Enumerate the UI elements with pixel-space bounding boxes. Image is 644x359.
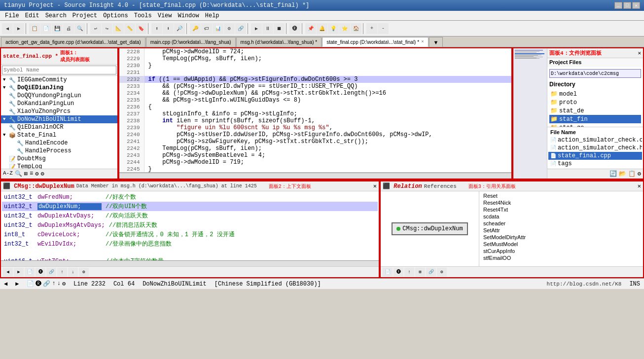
tb2[interactable]: 📄 (40, 23, 51, 34)
tree-item-qiedian[interactable]: 🔧 QiEDianJinOCR (1, 123, 117, 131)
dir-statfin[interactable]: 📁 stat_fin (549, 115, 641, 123)
tb28[interactable]: + (366, 23, 377, 34)
tb4[interactable]: 🖨 (63, 23, 74, 34)
tb3[interactable]: 💾 (52, 23, 63, 34)
tree-item-templog[interactable]: 📝 TempLog (1, 163, 117, 169)
tb17[interactable]: ⚙ (224, 23, 235, 34)
tb25[interactable]: 💡 (328, 23, 339, 34)
tb15[interactable]: 🏷 (201, 23, 212, 34)
tb13[interactable]: 🔎 (174, 23, 185, 34)
file-tags[interactable]: 📄 tags (548, 160, 642, 168)
rel-reset4txt[interactable]: Reset4Txt (481, 206, 641, 213)
rel-reset[interactable]: Reset (481, 192, 641, 199)
rel-reset4nick[interactable]: Reset4Nick (481, 199, 641, 206)
symbol-search[interactable] (2, 66, 116, 74)
dir-model[interactable]: 📁 model (549, 90, 641, 98)
gear-icon[interactable]: ⚙ (40, 170, 44, 178)
tb19[interactable]: ▶ (251, 23, 262, 34)
dir-statge1[interactable]: 📁 stat_ge (549, 123, 641, 127)
bt-2[interactable]: 🅡 (36, 268, 45, 277)
tab-add[interactable]: ▼ (429, 37, 443, 47)
bl-h-scrollbar[interactable] (1, 260, 379, 266)
filter-icon[interactable]: 🔍 (15, 170, 22, 178)
tb22[interactable]: 🅡 (289, 23, 300, 34)
br-close[interactable]: ✕ (638, 182, 641, 190)
tree-item-donow[interactable]: ▼ 🔧 DoNowZhiBoUINLimit (1, 115, 117, 123)
tb18[interactable]: 🔗 (235, 23, 246, 34)
tb1[interactable]: 📋 (29, 23, 40, 34)
menu-help[interactable]: Help (202, 11, 222, 20)
br-bt-4[interactable]: ⊞ (415, 268, 425, 277)
tb11[interactable]: ⬆ (151, 23, 162, 34)
rel-setmustmodel[interactable]: SetMustModel (481, 241, 641, 248)
file-action-sim-c[interactable]: 📄 action_simulator_check.c (548, 136, 642, 144)
bl-close[interactable]: ✕ (373, 182, 377, 190)
settings-icon[interactable]: ⚙ (35, 170, 38, 178)
bt-5[interactable]: ↓ (68, 268, 78, 277)
s1[interactable]: 📄 (27, 280, 34, 287)
tb23[interactable]: 📌 (305, 23, 316, 34)
menu-options[interactable]: Options (100, 11, 131, 20)
menu-view[interactable]: View (155, 11, 175, 20)
tb16[interactable]: 📊 (213, 23, 223, 34)
rel-stfemailoo[interactable]: stfEmailOO (481, 254, 641, 261)
tb5[interactable]: 🔍 (74, 23, 85, 34)
tb8[interactable]: 📐 (113, 23, 124, 34)
tab-1[interactable]: main.cpp (D:\workdata\...\fang_shua) (146, 37, 236, 47)
bottom-code[interactable]: uint32_t dwFredNum; //好友个数 uint32_t dwDu… (1, 191, 379, 260)
tree-item-iegcommity[interactable]: ▼ 🔧 IEGGameCommity (1, 76, 117, 84)
br-bt-5[interactable]: 🔗 (426, 268, 436, 277)
s2[interactable]: 🅡 (36, 280, 41, 287)
rel-scheader[interactable]: scheader (481, 220, 641, 227)
tb6[interactable]: ↩ (90, 23, 101, 34)
maximize-button[interactable]: □ (623, 2, 631, 9)
menu-window[interactable]: Window (175, 11, 202, 20)
list-icon[interactable]: ≡ (30, 170, 33, 178)
bt-fwd[interactable]: ▶ (14, 268, 24, 277)
bt-back[interactable]: ◀ (3, 268, 13, 277)
tree-item-doqq[interactable]: 🔧 DoQQYundongPingLun (1, 92, 117, 100)
s6[interactable]: ⚙ (62, 280, 66, 287)
tb7[interactable]: ↪ (102, 23, 112, 34)
rel-stcurappinfo[interactable]: stCurAppInfo (481, 248, 641, 254)
tab-0[interactable]: action_get_gw_data_figure.cpp (d:\workda… (1, 37, 145, 47)
bt-3[interactable]: 🔗 (46, 268, 56, 277)
dir-proto[interactable]: 📁 proto (549, 98, 641, 107)
br-bt-3[interactable]: ↑ (404, 268, 414, 277)
tb27[interactable]: 🏠 (351, 23, 361, 34)
menu-project[interactable]: Project (70, 11, 100, 20)
s3[interactable]: 🔗 (43, 280, 50, 287)
forward-button[interactable]: ▶ (13, 23, 24, 34)
fp3[interactable]: 📋 (628, 170, 636, 178)
tree-item-diqiedianjing[interactable]: ▼ 🔧 DoQiEDianJing (1, 84, 117, 92)
window-controls[interactable]: _ □ ✕ (614, 2, 640, 9)
tab-3[interactable]: state_final.cpp (D:\workdata\...\stat_fi… (322, 37, 428, 47)
tree-item-dokandian[interactable]: 🔧 DoKandianPingLun (1, 100, 117, 108)
file-state-final[interactable]: 📄 state_final.cpp (548, 152, 642, 160)
file-action-sim-h[interactable]: 📄 action_simulator_check.h (548, 144, 642, 152)
path-input[interactable] (549, 69, 641, 78)
br-bt-6[interactable]: ⚙ (437, 268, 447, 277)
back-button[interactable]: ◀ (2, 23, 13, 34)
fp4[interactable]: ⚙ (638, 170, 641, 178)
br-bt-2[interactable]: 🅡 (394, 268, 403, 277)
bt-1[interactable]: 📄 (25, 268, 35, 277)
status-nav-back[interactable]: ◀ (4, 280, 7, 287)
right-panel-close[interactable]: ✕ (638, 50, 641, 56)
fp1[interactable]: 🔄 (609, 170, 617, 178)
s5[interactable]: ↓ (57, 280, 61, 287)
minimize-button[interactable]: _ (614, 2, 622, 9)
status-nav-fwd[interactable]: ▶ (15, 280, 19, 287)
tb29[interactable]: - (378, 23, 389, 34)
tab-2[interactable]: msg.h (d:\workdata\...\fang_shua) * (236, 37, 322, 47)
fp2[interactable]: 📂 (619, 170, 626, 178)
az-button[interactable]: A-Z (3, 170, 13, 178)
tb26[interactable]: ⭐ (339, 23, 350, 34)
tb12[interactable]: ⬇ (163, 23, 174, 34)
h-scrollbar[interactable] (119, 173, 511, 179)
tb20[interactable]: ⏸ (262, 23, 273, 34)
tree-item-doubtmsg[interactable]: 📝 DoubtMsg (1, 155, 117, 163)
menu-file[interactable]: File (2, 11, 22, 20)
menu-edit[interactable]: Edit (22, 11, 42, 20)
tree-item-xiaoyu[interactable]: 🔧 XiaoYuZhongPrcs (1, 108, 117, 115)
